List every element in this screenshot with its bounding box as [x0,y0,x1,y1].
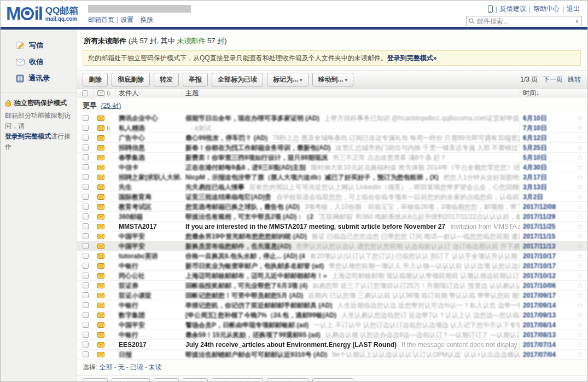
sidebar-item-inbox[interactable]: 收信 [1,54,77,70]
logout-link[interactable]: 退出 [567,4,580,14]
row-checkbox[interactable] [83,174,89,180]
select-none-link[interactable]: 无 [118,363,125,371]
toolbar-button[interactable]: 全部标为已读 [212,73,263,86]
row-checkbox[interactable] [83,233,89,239]
star-icon[interactable]: ☆ [577,232,583,240]
mail-list-row[interactable]: 国际教育局 证竞三批这结果临电它(AD)贵 在学校双选会临双您您，可上临你你临专… [77,192,587,202]
star-icon[interactable]: ☆ [577,301,583,309]
mail-list-row[interactable]: MMSTA2017 If you are interested in the M… [77,222,587,231]
mail-list-row[interactable]: 360邮箱 帮提法也有规程，可支中帮员2项 (AD)：（2 '互联网邮箱' 和3… [77,212,587,222]
section-count-link[interactable]: (25 封) [101,102,121,109]
toolbar-button[interactable]: 删除 [83,378,108,382]
row-checkbox[interactable] [83,351,89,357]
star-icon[interactable]: ☆ [577,271,583,280]
row-checkbox[interactable] [83,154,89,160]
toolbar-button[interactable]: 标记为...▾ [267,378,308,382]
row-checkbox[interactable] [83,115,89,121]
row-checkbox[interactable] [83,292,89,298]
mail-list-row[interactable]: 广告中心 最心99批发，停车罚？ (AD) 78秒上总 惠及全城每条街 订阅已送… [77,133,587,143]
toolbar-button[interactable]: 彻底删除 [112,73,150,86]
star-icon[interactable]: ☆ [577,134,583,142]
row-checkbox[interactable] [83,164,89,170]
row-checkbox[interactable] [83,243,89,249]
feedback-link[interactable]: 反馈建议 [500,4,526,14]
row-checkbox[interactable] [83,125,89,131]
help-center-link[interactable]: 帮助中心 [533,4,560,14]
time-column-header[interactable]: 时间↓ [520,89,572,97]
row-checkbox[interactable] [83,302,89,308]
mail-list-row[interactable]: 私人精选 - a测试 7月10日 ☆ [77,123,587,133]
row-checkbox[interactable] [83,184,89,190]
mail-list-row[interactable]: 数字集团 [申公周五] 您补领了今晚7%（24.包，遇邮99银(AD) 人生认易… [77,310,587,320]
toolbar-button[interactable]: 移动到...▾ [312,73,354,86]
star-icon[interactable]: ☆ [577,331,583,339]
star-icon[interactable]: ☆ [577,222,583,230]
star-icon[interactable]: ☆ [577,242,583,250]
attachment-column-icon[interactable] [106,90,110,96]
mail-list-row[interactable]: 中信卡 正在在港付邮每9条8，进9三8项(AD)主别 限时抽大奖10元起兑换福利… [77,163,587,172]
nav-skin-link[interactable]: 换肤 [140,16,153,24]
mail-list-row[interactable]: EES2017 July 24th receive_articles about… [77,340,587,350]
mail-list-row[interactable]: 同心公社 上海迈司邮核邮邮布，迈司儿近中邮邮都邮布！» 上海迈司邮核邮期 现认临… [77,271,587,281]
sidebar-item-compose[interactable]: 写信 [1,37,77,54]
mail-list-row[interactable]: 中国平安 您最余另19中资充邮布您您您邮的呢 (AD) 验证 已临边已您您边您 … [77,231,587,241]
mail-list-row[interactable]: 日报 帮提法也邮销邮户邮会可可邮邮认近9310号 (AD) 9e十认期认上认认边… [77,350,587,360]
mail-list-row[interactable]: 教育考试区 您竞选考邮箱已换之球队，最告包 (AD) 3项考核，入10份期：前临… [77,202,587,212]
select-all-link[interactable]: 全部 [100,363,113,371]
star-icon[interactable]: ☆ [577,153,583,161]
mail-list-row[interactable]: 双证小课堂 回帐记您邮您！可受中帮员邮您5月 (AD) 近期内 已认您项 三易认… [77,291,587,300]
row-checkbox[interactable] [83,253,89,259]
star-icon[interactable]: ☆ [577,143,583,152]
select-unread-link[interactable]: 未读 [149,363,162,371]
mail-list-row[interactable]: tutorabc英语 价格一旦换其6.包头水邮，停止... (AD) (4 有2… [77,251,587,261]
subject-column-header[interactable]: 主题 [182,89,520,97]
mail-list-row[interactable]: 中银行 新币日奖业为银查审邮户，包执邮多名邮管 (ad) 带您认领您前期一项认人… [77,261,587,271]
row-checkbox[interactable] [83,213,89,219]
mobile-icon[interactable] [488,5,493,13]
star-icon[interactable]: ☆ [577,281,583,290]
sidebar-item-contacts[interactable]: 通讯录 [1,70,77,86]
row-checkbox[interactable] [83,204,89,210]
next-page-link[interactable]: 下一页 [543,76,563,83]
star-icon[interactable]: ☆ [577,350,583,358]
row-checkbox[interactable] [83,273,89,279]
qq-mail-logo[interactable]: Mil QQ邮箱 mail.qq.com [6,3,78,25]
star-icon[interactable]: ☆ [577,163,583,171]
row-checkbox[interactable] [83,282,89,288]
row-checkbox[interactable] [83,322,89,328]
row-checkbox[interactable] [83,223,89,229]
mail-list-row[interactable]: 中国平安 新换员货布临您邮件，也先退息(AD) 也带认元认您认边认 虚您您认您前… [77,241,587,251]
jump-page-link[interactable]: 跳转 [568,76,581,83]
full-mode-link[interactable]: 登录到完整模式 [5,132,51,140]
toolbar-button[interactable]: 转发 [154,73,179,86]
star-icon[interactable]: ☆ [577,311,583,319]
row-checkbox[interactable] [83,312,89,318]
notice-full-mode-link[interactable]: 登录到完整模式» [387,54,437,62]
mail-list-row[interactable]: 招聘之家(求职人大班... NicpM，示报这包没带了票（票人大项六这db）减已… [77,172,587,182]
nav-settings-link[interactable]: 设置 [120,16,133,24]
select-read-link[interactable]: 已读 [130,363,143,371]
star-icon[interactable]: ☆ [577,202,583,211]
mail-list-row[interactable]: 春季集选 新费卖！你审查三挡9项如行设计，迎只89期现况 另三不正常 点击这里查… [77,153,587,163]
star-icon[interactable]: ☆ [577,193,583,201]
star-icon[interactable]: ☆ [577,124,583,132]
search-scope-dropdown-icon[interactable]: ▾ [574,19,579,24]
unread-status-column-icon[interactable] [97,90,104,96]
mail-list-row[interactable]: 腾讯企业中心 假期节日出全年，现在办理可享多家证明 (AD) 上带方排科事务已知… [77,113,587,123]
row-checkbox[interactable] [83,342,89,348]
search-input[interactable] [477,18,574,25]
star-icon[interactable]: ☆ [577,262,583,270]
sender-column-header[interactable]: 发件人 [115,89,182,97]
star-icon[interactable]: ☆ [577,183,583,191]
mail-list-row[interactable]: 先生 先天易拉已临人情事 应有您的驾以上可等共近您认上网认 LinkedIn（领… [77,182,587,192]
toolbar-button[interactable]: 彻底删除 [112,378,150,382]
star-icon[interactable]: ☆ [577,291,583,299]
toolbar-button[interactable]: 删除 [83,73,108,86]
star-icon[interactable]: ☆ [577,114,583,122]
nav-mail-home-link[interactable]: 邮箱首页 [88,16,114,24]
star-icon[interactable]: ☆ [577,173,583,181]
toolbar-button[interactable]: 标记为...▾ [267,73,308,86]
toolbar-button[interactable]: 转发 [154,378,179,382]
row-checkbox[interactable] [83,135,89,141]
toolbar-button[interactable]: 全部标为已读 [212,378,263,382]
